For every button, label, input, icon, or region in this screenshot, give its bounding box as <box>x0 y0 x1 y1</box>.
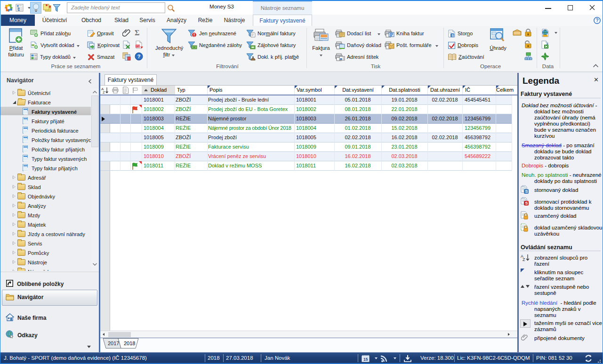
svg-text:?: ? <box>596 18 599 23</box>
svg-text:2018: 2018 <box>124 340 135 346</box>
svg-text:15: 15 <box>363 357 368 362</box>
svg-text:Z: Z <box>103 90 105 94</box>
svg-text:Z: Z <box>523 257 525 262</box>
svg-text:PDF: PDF <box>136 45 141 47</box>
svg-text:?: ? <box>137 54 141 59</box>
svg-text:S: S <box>451 33 454 37</box>
svg-text:S: S <box>525 189 528 194</box>
svg-text:2017: 2017 <box>108 340 119 346</box>
svg-text:S: S <box>525 201 528 206</box>
